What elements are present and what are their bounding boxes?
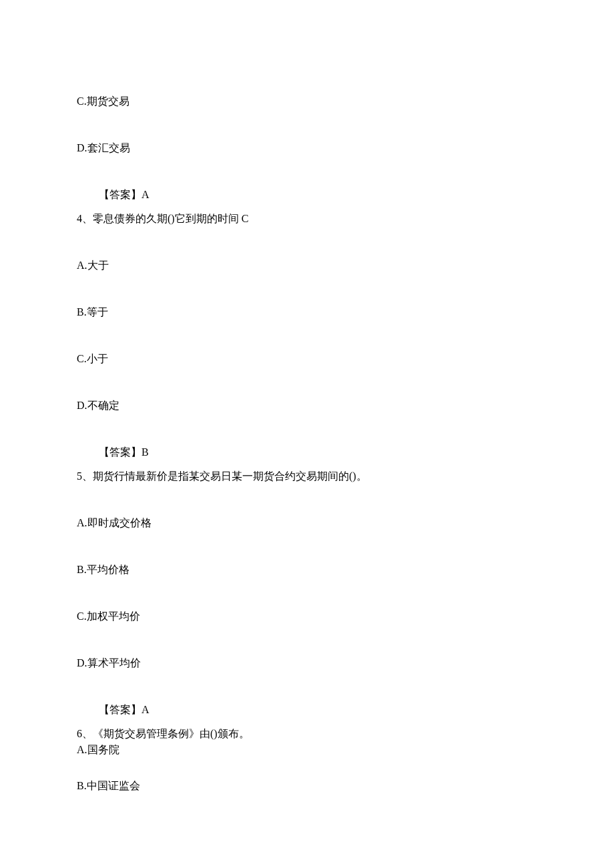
q5-option-a: A.即时成交价格 bbox=[77, 515, 537, 531]
q5-stem: 5、期货行情最新价是指某交易日某一期货合约交易期间的()。 bbox=[77, 468, 537, 484]
q4-option-c: C.小于 bbox=[77, 351, 537, 367]
q5-answer: 【答案】A bbox=[99, 702, 537, 718]
q5-option-c: C.加权平均价 bbox=[77, 608, 537, 624]
q6-stem: 6、《期货交易管理条例》由()颁布。 bbox=[77, 726, 537, 742]
q4-option-b: B.等于 bbox=[77, 304, 537, 320]
q5-option-d: D.算术平均价 bbox=[77, 655, 537, 671]
q5-option-b: B.平均价格 bbox=[77, 562, 537, 578]
q4-option-d: D.不确定 bbox=[77, 398, 537, 414]
q4-stem: 4、零息债券的久期()它到期的时间 C bbox=[77, 211, 537, 227]
q4-answer: 【答案】B bbox=[99, 444, 537, 460]
q3-option-c: C.期货交易 bbox=[77, 93, 537, 109]
document-page: C.期货交易 D.套汇交易 【答案】A 4、零息债券的久期()它到期的时间 C … bbox=[0, 0, 614, 794]
q6-option-a: A.国务院 bbox=[77, 742, 537, 758]
q3-option-d: D.套汇交易 bbox=[77, 140, 537, 156]
q4-option-a: A.大于 bbox=[77, 258, 537, 274]
q6-option-b: B.中国证监会 bbox=[77, 778, 537, 794]
q3-answer: 【答案】A bbox=[99, 187, 537, 203]
